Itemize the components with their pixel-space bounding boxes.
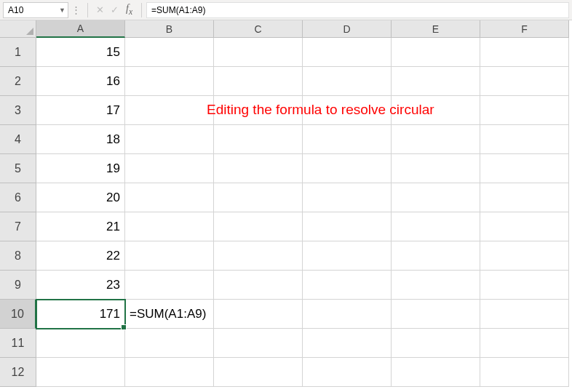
cell-C7[interactable] — [214, 212, 303, 241]
cell-C9[interactable] — [214, 271, 303, 300]
cell-F6[interactable] — [480, 183, 569, 212]
cell-E5[interactable] — [392, 154, 480, 183]
row-6: 6 20 — [0, 183, 572, 212]
col-header-D[interactable]: D — [303, 20, 392, 38]
row-header-11[interactable]: 11 — [0, 329, 36, 358]
cell-D7[interactable] — [303, 212, 392, 241]
name-box[interactable]: A10 ▼ — [3, 2, 68, 18]
cell-D5[interactable] — [303, 154, 392, 183]
divider — [87, 3, 88, 17]
cell-D12[interactable] — [303, 358, 392, 387]
cell-C10[interactable] — [214, 300, 303, 329]
cell-E4[interactable] — [392, 125, 480, 154]
cell-D2[interactable] — [303, 67, 392, 96]
cell-F10[interactable] — [480, 300, 569, 329]
cell-E1[interactable] — [392, 38, 480, 67]
col-header-B[interactable]: B — [125, 20, 214, 38]
cell-A3[interactable]: 17 — [36, 96, 125, 125]
cell-B5[interactable] — [125, 154, 214, 183]
cell-D6[interactable] — [303, 183, 392, 212]
cell-D11[interactable] — [303, 329, 392, 358]
row-header-8[interactable]: 8 — [0, 241, 36, 271]
cell-C8[interactable] — [214, 241, 303, 271]
cell-E9[interactable] — [392, 271, 480, 300]
col-header-A[interactable]: A — [36, 20, 125, 38]
fx-icon[interactable]: fx — [126, 3, 132, 17]
cell-F12[interactable] — [480, 358, 569, 387]
cell-E2[interactable] — [392, 67, 480, 96]
cell-C12[interactable] — [214, 358, 303, 387]
cell-B9[interactable] — [125, 271, 214, 300]
cell-F1[interactable] — [480, 38, 569, 67]
cell-A5[interactable]: 19 — [36, 154, 125, 183]
cell-E6[interactable] — [392, 183, 480, 212]
cell-E11[interactable] — [392, 329, 480, 358]
cell-B8[interactable] — [125, 241, 214, 271]
cell-F5[interactable] — [480, 154, 569, 183]
cell-A6[interactable]: 20 — [36, 183, 125, 212]
name-box-value: A10 — [8, 5, 23, 15]
cell-D1[interactable] — [303, 38, 392, 67]
cell-A4[interactable]: 18 — [36, 125, 125, 154]
cell-B6[interactable] — [125, 183, 214, 212]
cell-A11[interactable] — [36, 329, 125, 358]
formula-bar-options-icon[interactable]: ⋮ — [71, 4, 80, 15]
row-header-2[interactable]: 2 — [0, 67, 36, 96]
cell-A2[interactable]: 16 — [36, 67, 125, 96]
cell-F3[interactable] — [480, 96, 569, 125]
row-header-6[interactable]: 6 — [0, 183, 36, 212]
cell-C6[interactable] — [214, 183, 303, 212]
row-header-1[interactable]: 1 — [0, 38, 36, 67]
cell-F4[interactable] — [480, 125, 569, 154]
cell-E7[interactable] — [392, 212, 480, 241]
cell-A12[interactable] — [36, 358, 125, 387]
cell-C11[interactable] — [214, 329, 303, 358]
cell-B3[interactable] — [125, 96, 214, 125]
row-header-12[interactable]: 12 — [0, 358, 36, 387]
cell-D8[interactable] — [303, 241, 392, 271]
cell-F8[interactable] — [480, 241, 569, 271]
col-header-F[interactable]: F — [480, 20, 569, 38]
cell-A10[interactable]: 171 — [36, 300, 125, 329]
row-header-5[interactable]: 5 — [0, 154, 36, 183]
col-header-C[interactable]: C — [214, 20, 303, 38]
select-all-corner[interactable] — [0, 20, 36, 38]
cell-A7[interactable]: 21 — [36, 212, 125, 241]
cell-E12[interactable] — [392, 358, 480, 387]
cell-F9[interactable] — [480, 271, 569, 300]
cell-C1[interactable] — [214, 38, 303, 67]
cell-B11[interactable] — [125, 329, 214, 358]
formula-input[interactable]: =SUM(A1:A9) — [146, 2, 569, 18]
cell-D10[interactable] — [303, 300, 392, 329]
cell-C2[interactable] — [214, 67, 303, 96]
row-header-7[interactable]: 7 — [0, 212, 36, 241]
col-header-E[interactable]: E — [392, 20, 480, 38]
cell-D4[interactable] — [303, 125, 392, 154]
row-9: 9 23 — [0, 271, 572, 300]
cell-F7[interactable] — [480, 212, 569, 241]
cell-E8[interactable] — [392, 241, 480, 271]
cell-B4[interactable] — [125, 125, 214, 154]
row-header-4[interactable]: 4 — [0, 125, 36, 154]
cell-B10-value: =SUM(A1:A9) — [130, 307, 206, 321]
cell-C3[interactable]: Editing the formula to resolve circular — [214, 96, 303, 125]
cell-A9[interactable]: 23 — [36, 271, 125, 300]
cell-C5[interactable] — [214, 154, 303, 183]
cell-C4[interactable] — [214, 125, 303, 154]
cell-B1[interactable] — [125, 38, 214, 67]
row-header-3[interactable]: 3 — [0, 96, 36, 125]
cell-E10[interactable] — [392, 300, 480, 329]
name-box-dropdown-icon[interactable]: ▼ — [59, 7, 65, 14]
cell-B12[interactable] — [125, 358, 214, 387]
cell-F2[interactable] — [480, 67, 569, 96]
cell-D9[interactable] — [303, 271, 392, 300]
cell-B10[interactable]: =SUM(A1:A9) — [125, 300, 214, 329]
cell-B2[interactable] — [125, 67, 214, 96]
cell-F11[interactable] — [480, 329, 569, 358]
row-header-10[interactable]: 10 — [0, 300, 36, 329]
row-10: 10 171 =SUM(A1:A9) — [0, 300, 572, 329]
cell-B7[interactable] — [125, 212, 214, 241]
cell-A8[interactable]: 22 — [36, 241, 125, 271]
cell-A1[interactable]: 15 — [36, 38, 125, 67]
row-header-9[interactable]: 9 — [0, 271, 36, 300]
